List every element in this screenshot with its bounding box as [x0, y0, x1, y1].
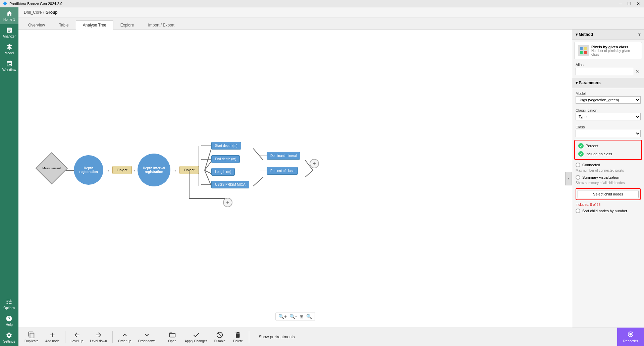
- include-no-class-checkbox[interactable]: ✓: [578, 151, 584, 157]
- classification-select[interactable]: Type: [576, 113, 641, 120]
- sidebar-item-home[interactable]: Home 1: [0, 7, 18, 24]
- collapse-panel-button[interactable]: ›: [565, 172, 572, 185]
- node-usgs[interactable]: USGS PRISM MICA: [211, 181, 249, 188]
- sidebar-item-model[interactable]: Model: [0, 41, 18, 58]
- sort-radio[interactable]: [576, 209, 580, 213]
- zoom-in-button[interactable]: 🔍+: [278, 314, 287, 319]
- sidebar-item-analyzer[interactable]: Analyzer: [0, 24, 18, 41]
- minimize-button[interactable]: ─: [618, 1, 624, 6]
- tab-explore[interactable]: Explore: [113, 20, 141, 30]
- disable-button[interactable]: Disable: [211, 330, 228, 344]
- recorder-button[interactable]: Recorder: [617, 328, 644, 346]
- svg-rect-12: [580, 47, 583, 50]
- node-end-depth[interactable]: End depth (m): [211, 155, 240, 163]
- zoom-out-button[interactable]: 🔍-: [289, 314, 297, 319]
- connected-subtext: Max number of connected pixels: [572, 169, 644, 174]
- breadcrumb-link[interactable]: Drill_Core: [24, 10, 42, 15]
- svg-rect-14: [580, 51, 583, 54]
- svg-point-17: [629, 333, 632, 335]
- model-label: Model: [576, 92, 641, 96]
- class-section: Class -: [572, 122, 644, 138]
- sidebar-item-workflow-label: Workflow: [2, 68, 16, 72]
- tab-analyse-tree[interactable]: Analyse Tree: [76, 20, 113, 30]
- output-dominant: Dominant mineral: [260, 152, 300, 160]
- delete-button[interactable]: Delete: [229, 330, 246, 344]
- percent-row[interactable]: ✓ Percent: [575, 142, 641, 150]
- params-section-header[interactable]: ▾ Parameters: [572, 78, 644, 88]
- include-no-class-row[interactable]: ✓ Include no class: [575, 150, 641, 158]
- apply-changes-button[interactable]: Apply Changes: [182, 330, 210, 344]
- zoom-reset-button[interactable]: 🔍: [306, 314, 312, 319]
- node-dominant-mineral[interactable]: Dominant mineral: [267, 152, 300, 160]
- class-select[interactable]: -: [576, 130, 641, 137]
- close-button[interactable]: ✕: [635, 1, 641, 6]
- node-percent-of-class[interactable]: Percent of class: [267, 167, 298, 175]
- method-card: Pixels by given class Number of pixels b…: [574, 42, 642, 59]
- sort-row[interactable]: Sort child nodes by number: [572, 207, 644, 215]
- node-length[interactable]: Length (m): [211, 168, 235, 176]
- summary-radio[interactable]: [576, 175, 580, 180]
- sidebar-item-options[interactable]: Options: [2, 296, 16, 312]
- node-measurement[interactable]: Measurement: [40, 157, 63, 180]
- svg-rect-13: [584, 47, 587, 50]
- node-depth-interval[interactable]: Depth interval registration: [138, 154, 170, 186]
- connection-lines: [18, 30, 572, 328]
- maximize-button[interactable]: ❐: [626, 1, 633, 6]
- sidebar-item-help[interactable]: Help: [2, 312, 16, 329]
- percent-label: Percent: [586, 144, 598, 148]
- params-section-title: ▾ Parameters: [576, 80, 601, 85]
- plus-button-right[interactable]: +: [310, 159, 319, 168]
- node-object1[interactable]: Object: [112, 166, 132, 174]
- output-percent: Percent of class: [260, 167, 298, 175]
- plus-button-bottom[interactable]: +: [223, 198, 232, 207]
- classification-section: Classification Type: [572, 105, 644, 122]
- tab-overview[interactable]: Overview: [21, 20, 52, 30]
- bottom-toolbar: Duplicate Add node Level up Level down O…: [18, 328, 644, 346]
- sidebar: Home 1 Analyzer Model Workflow Options H…: [0, 7, 18, 346]
- connected-label: Connected: [582, 163, 600, 167]
- separator-3: [161, 331, 161, 343]
- node-object2-label: Object: [184, 168, 195, 172]
- order-down-button[interactable]: Order down: [135, 330, 158, 344]
- connected-row[interactable]: Connected: [572, 161, 644, 169]
- level-down-button[interactable]: Level down: [87, 330, 110, 344]
- alias-clear-button[interactable]: ✕: [634, 68, 641, 75]
- order-up-button[interactable]: Order up: [115, 330, 134, 344]
- right-panel: ▾ Method ? Pixels by given class Number …: [572, 30, 644, 328]
- model-select[interactable]: Usgs (vegetation_green): [576, 96, 641, 104]
- node-object1-label: Object: [117, 168, 127, 172]
- svg-rect-15: [584, 51, 587, 54]
- vert-branch-line: [199, 146, 199, 186]
- level-up-button[interactable]: Level up: [68, 330, 86, 344]
- chevron-down-icon: ▾: [576, 32, 578, 37]
- svg-line-9: [253, 177, 263, 186]
- tab-table[interactable]: Table: [52, 20, 76, 30]
- connected-radio[interactable]: [576, 163, 580, 167]
- node-start-depth[interactable]: Start depth (m): [211, 142, 241, 150]
- open-button[interactable]: Open: [164, 330, 181, 344]
- model-section: Model Usgs (vegetation_green): [572, 88, 644, 105]
- recorder-label: Recorder: [623, 339, 638, 343]
- select-child-nodes-button[interactable]: Select child nodes: [578, 190, 639, 198]
- sidebar-item-settings[interactable]: Settings: [2, 329, 16, 346]
- zoom-fit-button[interactable]: ⊞: [300, 314, 304, 319]
- show-pretreatments-link[interactable]: Show pretreatments: [259, 335, 294, 339]
- help-icon[interactable]: ?: [638, 32, 641, 37]
- percent-checkbox[interactable]: ✓: [578, 143, 584, 149]
- arrow-3: →: [131, 168, 136, 174]
- node-depth-registration[interactable]: Depth registration: [74, 155, 103, 185]
- duplicate-button[interactable]: Duplicate: [22, 330, 41, 344]
- tab-import-export[interactable]: Import / Export: [141, 20, 181, 30]
- summary-row[interactable]: Summary visualization: [572, 174, 644, 181]
- method-icon: [578, 45, 589, 56]
- add-node-button[interactable]: Add node: [43, 330, 62, 344]
- summary-subtext: Show summary of all child nodes: [572, 181, 644, 186]
- sidebar-item-workflow[interactable]: Workflow: [0, 58, 18, 74]
- separator-4: [249, 331, 249, 343]
- alias-input[interactable]: [576, 68, 633, 75]
- method-section-header[interactable]: ▾ Method ?: [572, 30, 644, 40]
- separator-1: [65, 331, 65, 343]
- breadcrumb-separator: /: [43, 10, 44, 15]
- alias-label: Alias: [576, 63, 641, 67]
- branch-length: Length (m): [201, 168, 235, 176]
